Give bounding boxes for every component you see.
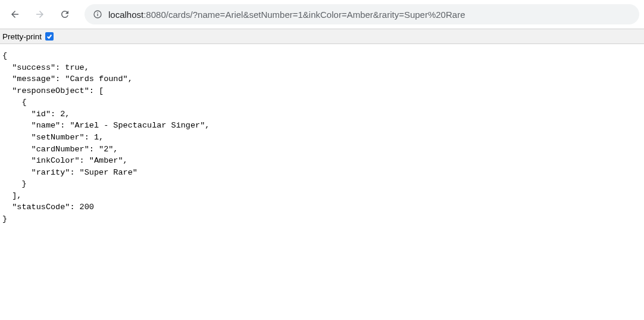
pretty-print-bar: Pretty-print (0, 29, 644, 44)
pretty-print-checkbox[interactable] (45, 32, 54, 41)
url-host: localhost (108, 10, 143, 20)
svg-rect-1 (97, 14, 98, 16)
url-text: localhost:8080/cards/?name=Ariel&setNumb… (108, 10, 465, 20)
svg-rect-2 (97, 13, 98, 13)
pretty-print-label: Pretty-print (2, 32, 42, 41)
check-icon (46, 33, 52, 39)
back-button[interactable] (5, 4, 25, 24)
address-bar[interactable]: localhost:8080/cards/?name=Ariel&setNumb… (85, 4, 639, 24)
reload-button[interactable] (55, 4, 75, 24)
site-info-icon[interactable] (93, 10, 102, 19)
json-content: { "success": true, "message": "Cards fou… (0, 44, 644, 231)
url-path: :8080/cards/?name=Ariel&setNumber=1&inkC… (143, 10, 465, 20)
arrow-right-icon (35, 9, 45, 20)
arrow-left-icon (10, 9, 20, 20)
reload-icon (60, 9, 70, 20)
browser-toolbar: localhost:8080/cards/?name=Ariel&setNumb… (0, 0, 644, 29)
forward-button[interactable] (30, 4, 50, 24)
